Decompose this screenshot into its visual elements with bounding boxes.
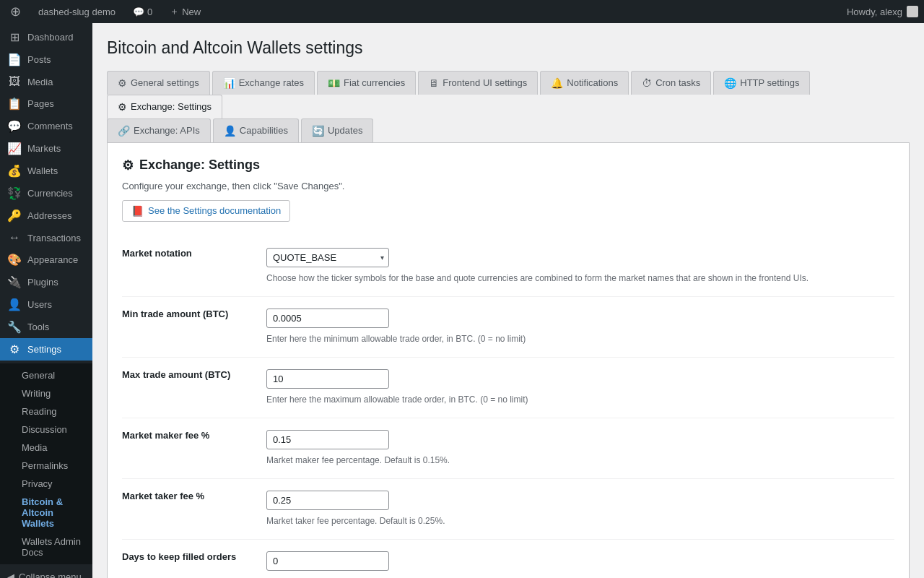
wallets-icon: 💰	[7, 164, 22, 178]
settings-icon: ⚙	[7, 342, 22, 356]
field-help-maker-fee: Market maker fee percentage. Default is …	[266, 454, 894, 467]
sidebar-item-comments[interactable]: 💬 Comments	[0, 115, 92, 137]
sidebar-item-users[interactable]: 👤 Users	[0, 293, 92, 316]
tab-frontend-ui[interactable]: 🖥 Frontend UI settings	[418, 71, 538, 95]
sidebar-label-transactions: Transactions	[27, 233, 81, 243]
maker-fee-input[interactable]	[267, 431, 389, 449]
sidebar-item-pages[interactable]: 📋 Pages	[0, 92, 92, 115]
sidebar-label-pages: Pages	[27, 98, 54, 109]
tab-icon-frontend: 🖥	[429, 77, 439, 89]
sidebar-item-transactions[interactable]: ↔ Transactions	[0, 227, 92, 249]
submenu-item-general[interactable]: General	[0, 366, 92, 384]
sidebar-main-menu: ⊞ Dashboard 📄 Posts 🖼 Media 📋 Pages 💬 Co…	[0, 23, 92, 363]
tab-exchange-settings[interactable]: ⚙ Exchange: Settings	[107, 95, 222, 119]
sidebar-label-plugins: Plugins	[27, 277, 58, 288]
comments-button[interactable]: 💬 0	[128, 0, 157, 23]
tab-label-fiat: Fiat currencies	[344, 77, 405, 88]
table-row: Max trade amount (BTC) ▲ ▼ Enter here th…	[122, 357, 894, 418]
tab-notifications[interactable]: 🔔 Notifications	[540, 71, 629, 95]
tab-label-apis: Exchange: APIs	[134, 125, 200, 136]
tab-exchange-apis[interactable]: 🔗 Exchange: APIs	[107, 118, 211, 142]
collapse-icon: ◀	[7, 571, 14, 578]
collapse-menu-button[interactable]: ◀ Collapse menu	[0, 564, 92, 578]
site-name-button[interactable]: dashed-slug demo	[34, 0, 120, 23]
sidebar-label-tools: Tools	[27, 322, 49, 332]
site-name-label: dashed-slug demo	[38, 7, 116, 17]
wp-logo-button[interactable]: ⊕	[6, 0, 25, 23]
tab-updates[interactable]: 🔄 Updates	[301, 118, 373, 142]
users-icon: 👤	[7, 298, 22, 311]
market-notation-select[interactable]: QUOTE_BASE BASE_QUOTE	[267, 249, 376, 267]
sidebar-item-appearance[interactable]: 🎨 Appearance	[0, 249, 92, 271]
sidebar-item-dashboard[interactable]: ⊞ Dashboard	[0, 26, 92, 48]
currencies-icon: 💱	[7, 186, 22, 200]
sidebar-label-markets: Markets	[27, 143, 61, 154]
submenu-item-reading[interactable]: Reading	[0, 402, 92, 420]
new-label: New	[182, 7, 201, 17]
tab-label-general: General settings	[131, 77, 199, 88]
plugins-icon: 🔌	[7, 275, 22, 289]
sidebar-item-plugins[interactable]: 🔌 Plugins	[0, 271, 92, 293]
markets-icon: 📈	[7, 142, 22, 155]
new-icon: ＋	[170, 5, 179, 18]
tab-icon-capabilities: 👤	[224, 125, 236, 137]
days-filled-input[interactable]	[267, 552, 389, 570]
tab-cron-tasks[interactable]: ⏱ Cron tasks	[631, 71, 711, 95]
sidebar-item-addresses[interactable]: 🔑 Addresses	[0, 204, 92, 227]
tab-icon-exchange-settings: ⚙	[118, 101, 127, 113]
tab-icon-apis: 🔗	[118, 125, 130, 137]
avatar	[907, 6, 918, 17]
submenu-item-permalinks[interactable]: Permalinks	[0, 457, 92, 475]
sidebar-label-appearance: Appearance	[27, 254, 78, 265]
field-label-max-trade: Max trade amount (BTC)	[122, 357, 266, 418]
min-trade-input[interactable]	[267, 309, 389, 327]
submenu-item-privacy[interactable]: Privacy	[0, 475, 92, 493]
tab-label-exchange-rates: Exchange rates	[239, 77, 304, 88]
sidebar-item-markets[interactable]: 📈 Markets	[0, 137, 92, 160]
tab-capabilities[interactable]: 👤 Capabilities	[213, 118, 299, 142]
main-content: Bitcoin and Altcoin Wallets settings ⚙ G…	[92, 23, 924, 578]
sidebar-label-media: Media	[27, 77, 53, 87]
docs-link[interactable]: 📕 See the Settings documentation	[122, 200, 290, 222]
panel-description: Configure your exchange, then click "Sav…	[122, 181, 894, 191]
sidebar-label-comments: Comments	[27, 121, 73, 131]
submenu-item-writing[interactable]: Writing	[0, 384, 92, 402]
panel-title-text: Exchange: Settings	[139, 158, 260, 173]
tab-row-2: 🔗 Exchange: APIs 👤 Capabilities 🔄 Update…	[107, 118, 910, 142]
tab-exchange-rates[interactable]: 📊 Exchange rates	[212, 71, 315, 95]
tab-general-settings[interactable]: ⚙ General settings	[107, 71, 210, 95]
tab-label-frontend: Frontend UI settings	[443, 77, 527, 88]
tab-icon-notifications: 🔔	[551, 77, 563, 89]
tab-label-http: HTTP settings	[740, 77, 799, 88]
field-label-market-notation: Market notation	[122, 236, 266, 297]
submenu-item-media[interactable]: Media	[0, 439, 92, 457]
new-content-button[interactable]: ＋ New	[165, 0, 205, 23]
tab-label-capabilities: Capabilities	[240, 125, 288, 136]
sidebar-item-posts[interactable]: 📄 Posts	[0, 48, 92, 71]
collapse-label: Collapse menu	[19, 571, 82, 578]
submenu-item-wallets-admin-docs[interactable]: Wallets Admin Docs	[0, 532, 92, 561]
max-trade-input[interactable]	[267, 370, 389, 388]
submenu-item-bitcoin-wallets[interactable]: Bitcoin & Altcoin Wallets	[0, 493, 92, 532]
sidebar: ⊞ Dashboard 📄 Posts 🖼 Media 📋 Pages 💬 Co…	[0, 23, 92, 578]
sidebar-item-tools[interactable]: 🔧 Tools	[0, 316, 92, 338]
submenu-item-discussion[interactable]: Discussion	[0, 420, 92, 439]
dashboard-icon: ⊞	[7, 30, 22, 44]
field-help-taker-fee: Market taker fee percentage. Default is …	[266, 514, 894, 527]
sidebar-item-media[interactable]: 🖼 Media	[0, 71, 92, 92]
tab-http-settings[interactable]: 🌐 HTTP settings	[713, 71, 810, 95]
maker-fee-input-wrap: ▲ ▼	[266, 430, 389, 449]
sidebar-label-addresses: Addresses	[27, 210, 71, 221]
posts-icon: 📄	[7, 53, 22, 66]
sidebar-item-wallets[interactable]: 💰 Wallets	[0, 160, 92, 182]
comments-count: 0	[147, 7, 152, 17]
sidebar-label-posts: Posts	[27, 54, 51, 65]
sidebar-item-currencies[interactable]: 💱 Currencies	[0, 182, 92, 204]
tab-fiat-currencies[interactable]: 💵 Fiat currencies	[317, 71, 416, 95]
wp-icon: ⊕	[10, 4, 21, 20]
sidebar-item-settings[interactable]: ⚙ Settings	[0, 338, 92, 361]
media-icon: 🖼	[7, 75, 22, 88]
taker-fee-input[interactable]	[267, 491, 389, 509]
comments-icon: 💬	[7, 119, 22, 133]
sidebar-label-dashboard: Dashboard	[27, 32, 74, 43]
